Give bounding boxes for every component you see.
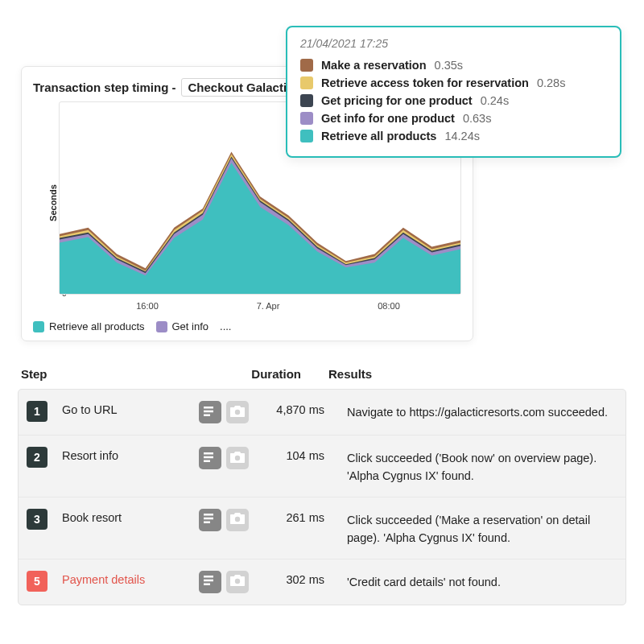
chart-legend: Retrieve all products Get info .... [33, 320, 461, 332]
camera-icon [230, 406, 245, 419]
legend-label: Retrieve all products [49, 320, 145, 332]
svg-rect-8 [204, 514, 213, 516]
view-screenshot-button[interactable] [226, 447, 249, 469]
view-log-button[interactable] [199, 447, 221, 469]
tooltip-swatch [300, 130, 313, 142]
table-row: 5Payment details302 ms'Credit card detai… [19, 559, 625, 605]
tooltip-swatch [300, 112, 313, 125]
svg-rect-6 [204, 460, 210, 462]
step-number-badge: 1 [27, 401, 47, 422]
svg-point-3 [235, 409, 240, 414]
steps-table: Step Duration Results 1Go to URL4,870 ms… [18, 359, 626, 605]
tooltip-label: Retrieve access token for reservation [321, 76, 529, 89]
tooltip-row: Make a reservation 0.35s [300, 56, 607, 74]
legend-label: Get info [172, 320, 209, 332]
x-tick: 16:00 [136, 301, 159, 311]
step-duration: 261 ms [263, 509, 347, 524]
tooltip-timestamp: 21/04/2021 17:25 [300, 37, 607, 50]
tooltip-label: Make a reservation [321, 59, 427, 72]
header-results: Results [327, 367, 623, 381]
camera-icon [230, 513, 245, 526]
step-duration: 104 ms [263, 447, 347, 462]
step-result: Click succeeded ('Make a reservation' on… [347, 509, 617, 547]
table-row: 3Book resort261 msClick succeeded ('Make… [19, 497, 625, 559]
step-result: Click succeeded ('Book now' on overview … [347, 447, 617, 485]
svg-rect-2 [204, 414, 210, 416]
header-step: Step [21, 367, 64, 381]
camera-icon [230, 575, 245, 588]
table-header: Step Duration Results [18, 359, 626, 389]
tooltip-value: 14.24s [444, 130, 480, 142]
svg-rect-12 [204, 576, 213, 578]
step-result: Navigate to https://galacticresorts.com … [347, 401, 617, 421]
tooltip-value: 0.35s [435, 59, 463, 72]
view-log-button[interactable] [199, 401, 221, 423]
step-number-badge: 3 [27, 509, 47, 530]
view-screenshot-button[interactable] [226, 401, 249, 423]
chart-title: Transaction step timing - [33, 80, 176, 94]
legend-more[interactable]: .... [220, 320, 231, 332]
svg-rect-0 [204, 407, 213, 409]
tooltip-value: 0.28s [537, 76, 565, 89]
table-row: 2Resort info104 msClick succeeded ('Book… [19, 436, 625, 497]
step-number-badge: 2 [27, 447, 47, 468]
svg-point-11 [235, 517, 240, 522]
tooltip-label: Get pricing for one product [321, 94, 473, 107]
x-tick: 08:00 [378, 301, 400, 311]
tooltip-row: Retrieve access token for reservation 0.… [300, 74, 607, 92]
step-name: Payment details [62, 571, 199, 586]
log-icon [204, 513, 217, 526]
step-duration: 302 ms [263, 571, 347, 586]
view-log-button[interactable] [199, 509, 221, 531]
svg-rect-4 [204, 452, 213, 455]
svg-point-15 [235, 579, 240, 584]
tooltip-row: Get pricing for one product 0.24s [300, 92, 607, 109]
y-axis-label: Seconds [48, 184, 58, 221]
series-retrieve-products [60, 163, 460, 294]
tooltip-row: Get info for one product 0.63s [300, 109, 607, 127]
table-body: 1Go to URL4,870 msNavigate to https://ga… [18, 389, 626, 605]
svg-rect-14 [204, 584, 210, 586]
step-result: 'Credit card details' not found. [347, 571, 617, 591]
legend-item[interactable]: Get info [156, 320, 209, 332]
log-icon [204, 406, 217, 419]
tooltip-swatch [300, 94, 313, 107]
tooltip-swatch [300, 59, 313, 72]
svg-rect-13 [204, 580, 213, 582]
tooltip-value: 0.24s [481, 94, 509, 107]
step-name: Resort info [62, 447, 199, 462]
tooltip-row: Retrieve all products 14.24s [300, 127, 607, 145]
tooltip-value: 0.63s [463, 112, 491, 125]
step-name: Go to URL [62, 401, 199, 416]
svg-rect-1 [204, 410, 213, 412]
svg-rect-10 [204, 522, 210, 524]
svg-point-7 [235, 455, 240, 460]
table-row: 1Go to URL4,870 msNavigate to https://ga… [19, 390, 625, 436]
step-duration: 4,870 ms [263, 401, 347, 416]
log-icon [204, 575, 217, 588]
step-number-badge: 5 [27, 571, 47, 592]
legend-swatch [33, 321, 44, 332]
header-duration: Duration [243, 367, 327, 381]
tooltip-label: Get info for one product [321, 112, 455, 125]
svg-rect-5 [204, 456, 213, 458]
camera-icon [230, 452, 245, 465]
log-icon [204, 452, 217, 465]
legend-item[interactable]: Retrieve all products [33, 320, 145, 332]
tooltip-label: Retrieve all products [321, 130, 436, 142]
tooltip-swatch [300, 76, 313, 89]
legend-swatch [156, 321, 167, 332]
view-screenshot-button[interactable] [226, 571, 249, 593]
x-tick: 7. Apr [257, 301, 280, 311]
svg-rect-9 [204, 518, 213, 520]
view-log-button[interactable] [199, 571, 221, 593]
step-name: Book resort [62, 509, 199, 524]
chart-tooltip: 21/04/2021 17:25 Make a reservation 0.35… [286, 26, 621, 158]
view-screenshot-button[interactable] [226, 509, 249, 531]
